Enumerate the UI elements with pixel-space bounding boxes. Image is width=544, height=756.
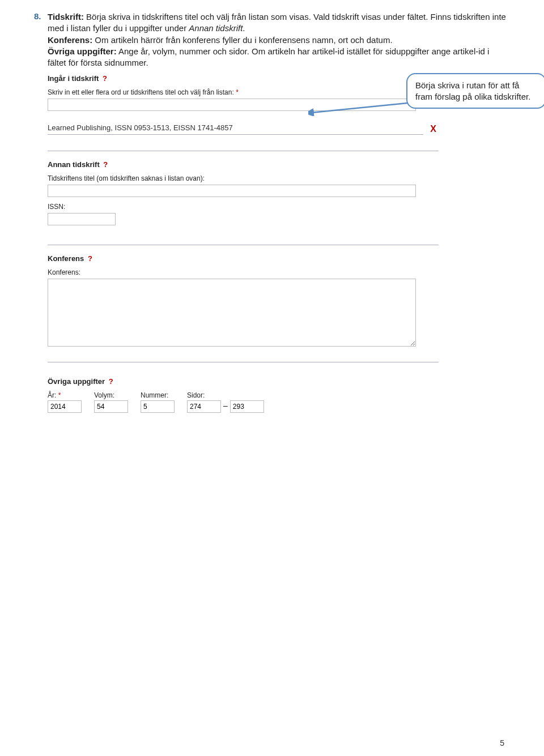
ovriga-heading-text: Övriga uppgifter	[48, 377, 105, 386]
para-text: Om artikeln härrör från konferens fyller…	[92, 35, 392, 45]
konferens-textarea[interactable]	[48, 279, 416, 347]
help-icon[interactable]: ?	[88, 254, 92, 263]
ingar-sublabel: Skriv in ett eller flera ord ur tidskrif…	[48, 88, 439, 96]
required-star: *	[58, 391, 61, 399]
konferens-heading-text: Konferens	[48, 254, 84, 263]
sidor-to-input[interactable]	[230, 400, 264, 413]
help-icon[interactable]: ?	[103, 160, 108, 169]
callout-bubble: Börja skriva i rutan för att få fram för…	[406, 73, 544, 109]
required-star: *	[236, 88, 239, 96]
form-screenshot: Börja skriva i rutan för att få fram för…	[48, 74, 439, 413]
volym-input[interactable]	[94, 400, 128, 413]
issn-input[interactable]	[48, 213, 116, 225]
konferens-label: Konferens:	[48, 35, 92, 45]
selected-journal-text: Learned Publishing, ISSN 0953-1513, EISS…	[48, 123, 423, 135]
konferens-sublabel: Konferens:	[48, 268, 439, 276]
konferens-heading: Konferens ?	[48, 254, 439, 263]
nummer-input[interactable]	[141, 400, 175, 413]
volym-label: Volym:	[94, 391, 128, 399]
annan-title-input[interactable]	[48, 185, 416, 197]
sidor-dash: –	[221, 401, 230, 412]
annan-italic: Annan tidskrift	[189, 23, 243, 33]
help-icon[interactable]: ?	[109, 377, 113, 386]
list-text: Tidskrift: Börja skriva in tidskriftens …	[48, 11, 510, 69]
sidor-label: Sidor:	[187, 391, 264, 399]
help-icon[interactable]: ?	[103, 74, 107, 83]
ingar-sublabel-text: Skriv in ett eller flera ord ur tidskrif…	[48, 88, 234, 96]
ar-input[interactable]	[48, 400, 82, 413]
ingar-heading: Ingår i tidskrift ?	[48, 74, 439, 83]
annan-heading-text: Annan tidskrift	[48, 160, 100, 169]
sidor-from-input[interactable]	[187, 400, 221, 413]
ingar-heading-text: Ingår i tidskrift	[48, 74, 99, 83]
ovriga-label: Övriga uppgifter:	[48, 46, 117, 56]
annan-title-label: Tidskriftens titel (om tidskriften sakna…	[48, 174, 439, 182]
tidskrift-label: Tidskrift:	[48, 12, 84, 22]
nummer-label: Nummer:	[141, 391, 175, 399]
list-number: 8.	[34, 11, 48, 21]
remove-journal-icon[interactable]: X	[428, 124, 439, 134]
issn-label: ISSN:	[48, 203, 439, 211]
ar-label: År: *	[48, 391, 82, 399]
annan-heading: Annan tidskrift ?	[48, 160, 439, 169]
para-text: .	[243, 23, 245, 33]
para-text: Börja skriva in tidskriftens titel och v…	[48, 12, 506, 33]
page-number: 5	[500, 738, 504, 748]
ovriga-heading: Övriga uppgifter ?	[48, 377, 439, 386]
